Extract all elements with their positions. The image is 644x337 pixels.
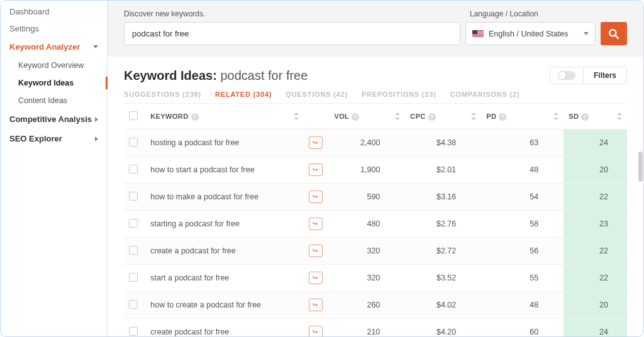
return-icon [311,220,320,228]
help-icon: ? [428,113,436,121]
col-cpc[interactable]: CPC? [405,104,481,130]
cell-sd: 20 [564,292,627,319]
cell-vol: 590 [329,184,405,211]
cell-sd: 22 [564,265,627,292]
filters-box: Filters [550,67,627,84]
col-sd[interactable]: SD? [564,104,627,130]
tab-related[interactable]: RELATED (304) [215,91,272,98]
return-icon [311,274,320,282]
tab-comparisons[interactable]: COMPARISONS (2) [450,91,520,98]
cell-vol: 2,400 [329,130,405,157]
cell-keyword: starting a podcast for free [145,211,304,238]
expand-button[interactable] [309,191,323,203]
cell-cpc: $4.20 [405,319,481,338]
search-bar: Discover new keywords. Language / Locati… [108,1,643,57]
tab-prepositions[interactable]: PREPOSITIONS (23) [362,91,436,98]
nav-label: Dashboard [9,7,50,16]
cell-cpc: $2.01 [405,157,481,184]
row-checkbox[interactable] [129,327,138,336]
cell-vol: 260 [329,292,405,319]
return-icon [311,139,320,146]
cell-vol: 480 [329,211,405,238]
discover-label: Discover new keywords. [124,9,205,18]
col-vol[interactable]: VOL? [329,104,405,130]
row-checkbox[interactable] [129,246,138,255]
expand-button[interactable] [309,163,323,176]
language-label: Language / Location [470,9,627,18]
return-icon [311,193,320,201]
nav-keyword-overview[interactable]: Keyword Overview [1,57,107,74]
cell-keyword: create podcast for free [145,319,304,338]
table-row: create podcast for free210$4.206024 [124,319,627,338]
nav-dashboard[interactable]: Dashboard [1,3,107,20]
expand-button[interactable] [309,272,323,284]
cell-keyword: how to create a podcast for free [145,292,304,319]
cell-vol: 210 [329,319,405,338]
nav-label: SEO Explorer [9,134,62,143]
search-icon [608,28,620,40]
expand-button[interactable] [309,326,323,337]
filters-button[interactable]: Filters [584,67,626,84]
filters-toggle[interactable] [558,71,575,80]
cell-pd: 58 [481,211,564,238]
help-icon: ? [191,113,199,121]
cell-pd: 56 [481,238,564,265]
table-row: how to make a podcast for free590$3.1654… [124,184,627,211]
svg-point-0 [609,30,616,36]
cell-sd: 23 [564,211,627,238]
nav-label: Keyword Analyzer [9,42,80,52]
row-checkbox[interactable] [129,300,138,309]
row-checkbox[interactable] [129,138,138,146]
cell-sd: 20 [564,157,627,184]
cell-pd: 54 [481,184,564,211]
language-select[interactable]: English / United States [465,22,596,45]
sort-icon [553,113,558,120]
select-all-checkbox[interactable] [129,111,138,120]
expand-button[interactable] [309,299,323,311]
expand-button[interactable] [309,218,323,230]
cell-sd: 24 [564,319,627,338]
table-row: how to create a podcast for free260$4.02… [124,292,627,319]
row-checkbox[interactable] [129,165,138,174]
page-title: Keyword Ideas: podcast for free [124,69,308,83]
scrollbar-thumb[interactable] [638,152,643,182]
sort-icon [294,113,299,120]
nav-settings[interactable]: Settings [1,20,107,37]
nav-keyword-ideas[interactable]: Keyword Ideas [1,74,107,92]
chevron-right-icon [95,117,98,122]
language-value: English / United States [489,30,579,38]
col-pd[interactable]: PD? [481,104,564,130]
cell-cpc: $4.38 [405,130,481,157]
return-icon [311,328,320,336]
expand-button[interactable] [309,245,323,257]
row-checkbox[interactable] [129,219,138,228]
nav-label: Settings [9,24,39,33]
table-row: create a podcast for free320$2.725622 [124,238,627,265]
nav-content-ideas[interactable]: Content Ideas [1,92,107,109]
expand-button[interactable] [309,136,323,149]
cell-cpc: $3.52 [405,265,481,292]
cell-sd: 22 [564,184,627,211]
svg-line-1 [616,35,619,38]
chevron-down-icon [93,45,98,48]
nav-seo-explorer[interactable]: SEO Explorer [1,129,107,148]
cell-pd: 63 [481,130,564,157]
sidebar: Dashboard Settings Keyword Analyzer Keyw… [1,1,108,336]
cell-keyword: hosting a podcast for free [145,130,304,157]
cell-cpc: $2.72 [405,238,481,265]
search-button[interactable] [601,22,627,45]
return-icon [311,301,320,309]
nav-competitive-analysis[interactable]: Competitive Analysis [1,109,107,129]
col-keyword[interactable]: KEYWORD? [145,104,304,130]
cell-pd: 48 [481,292,564,319]
table-row: how to start a podcast for free1,900$2.0… [124,157,627,184]
nav-keyword-analyzer[interactable]: Keyword Analyzer [1,37,107,57]
tab-questions[interactable]: QUESTIONS (42) [286,91,348,98]
keyword-search-input[interactable] [124,22,460,45]
row-checkbox[interactable] [129,273,138,282]
cell-vol: 320 [329,265,405,292]
cell-cpc: $2.76 [405,211,481,238]
tab-suggestions[interactable]: SUGGESTIONS (238) [124,91,201,98]
sort-icon [395,113,400,120]
row-checkbox[interactable] [129,192,138,201]
